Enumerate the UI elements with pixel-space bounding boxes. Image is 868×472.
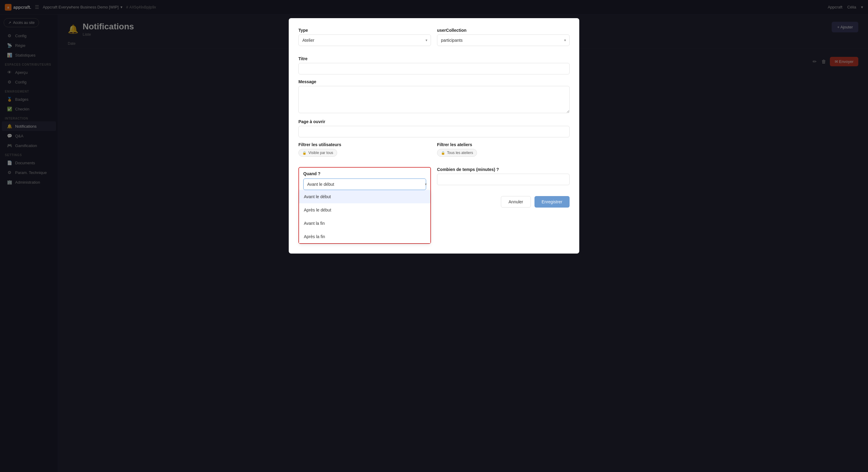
quand-option-apres-fin[interactable]: Après la fin (299, 230, 430, 243)
filter-ateliers-group: Filtrer les ateliers 🔒 Tous les ateliers (437, 142, 569, 157)
page-label: Page à ouvrir (299, 119, 569, 124)
filter-row: Filtrer les utilisateurs 🔒 Visible par t… (299, 142, 569, 162)
filter-users-group: Filtrer les utilisateurs 🔒 Visible par t… (299, 142, 431, 157)
modal-overlay: Type Atelier Session Keynote ▾ userColle… (0, 0, 868, 472)
modal: Type Atelier Session Keynote ▾ userColle… (289, 18, 579, 254)
user-collection-select[interactable]: participants speakers all (437, 34, 569, 46)
page-group: Page à ouvrir (299, 119, 569, 137)
quand-header: Quand ? (299, 168, 430, 176)
titre-label: Titre (299, 56, 569, 61)
filter-ateliers-tag[interactable]: 🔒 Tous les ateliers (437, 149, 477, 157)
message-label: Message (299, 79, 569, 84)
quand-dropdown-list: Avant le début Après le début Avant la f… (299, 190, 430, 243)
enregistrer-button[interactable]: Enregistrer (534, 196, 569, 208)
quand-option-avant-fin[interactable]: Avant la fin (299, 217, 430, 230)
message-textarea[interactable] (299, 86, 569, 113)
quand-option-label: Avant la fin (304, 221, 325, 226)
titre-input[interactable] (299, 63, 569, 74)
quand-option-avant-debut[interactable]: Avant le début (299, 190, 430, 203)
annuler-label: Annuler (508, 199, 523, 204)
combien-group: Combien de temps (minutes) ? (437, 167, 569, 185)
annuler-button[interactable]: Annuler (501, 196, 531, 208)
type-label: Type (299, 28, 431, 33)
type-select[interactable]: Atelier Session Keynote (299, 34, 431, 46)
filter-ateliers-tag-label: Tous les ateliers (447, 151, 473, 155)
type-group: Type Atelier Session Keynote ▾ (299, 28, 431, 46)
quand-select[interactable]: Avant le début Après le début Avant la f… (303, 179, 426, 190)
filter-users-label: Filtrer les utilisateurs (299, 142, 431, 147)
user-collection-label: userCollection (437, 28, 569, 33)
enregistrer-label: Enregistrer (542, 199, 562, 204)
combien-label: Combien de temps (minutes) ? (437, 167, 569, 172)
modal-top-row: Type Atelier Session Keynote ▾ userColle… (299, 28, 569, 51)
lock-icon-ateliers: 🔒 (441, 151, 445, 155)
type-select-wrapper: Atelier Session Keynote ▾ (299, 34, 431, 46)
titre-group: Titre (299, 56, 569, 74)
page-input[interactable] (299, 126, 569, 137)
quand-section: Quand ? Avant le début Après le début Av… (299, 167, 431, 244)
lock-icon-users: 🔒 (302, 151, 307, 155)
message-group: Message (299, 79, 569, 114)
quand-option-apres-debut[interactable]: Après le début (299, 203, 430, 217)
filter-users-tag-label: Visible par tous (308, 151, 333, 155)
user-collection-group: userCollection participants speakers all… (437, 28, 569, 46)
quand-label: Quand ? (303, 171, 426, 176)
quand-option-label: Après le début (304, 208, 331, 212)
filter-ateliers-label: Filtrer les ateliers (437, 142, 569, 147)
combien-section: Combien de temps (minutes) ? Annuler Enr… (437, 167, 569, 208)
combien-input[interactable] (437, 174, 569, 185)
modal-actions: Annuler Enregistrer (437, 191, 569, 208)
filter-users-tag[interactable]: 🔒 Visible par tous (299, 149, 337, 157)
bottom-grid: Quand ? Avant le début Après le début Av… (299, 167, 569, 244)
user-collection-select-wrapper: participants speakers all ▾ (437, 34, 569, 46)
quand-select-row: Avant le début Après le début Avant la f… (299, 179, 430, 190)
quand-option-label: Après la fin (304, 234, 325, 239)
quand-option-label: Avant le début (304, 194, 331, 199)
